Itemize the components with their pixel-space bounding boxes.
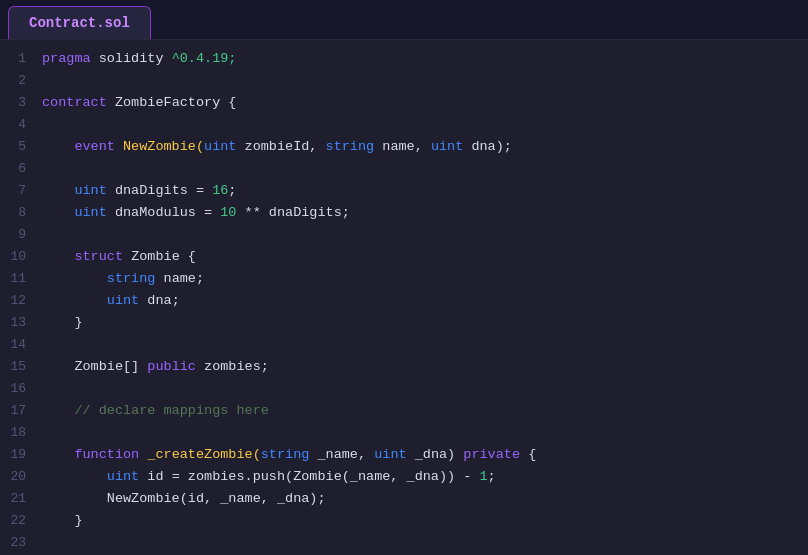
line-number: 9 — [0, 224, 42, 246]
line-content: uint dnaModulus = 10 ** dnaDigits; — [42, 202, 350, 224]
code-line: 8 uint dnaModulus = 10 ** dnaDigits; — [0, 202, 808, 224]
line-content — [42, 70, 50, 92]
line-content: function _createZombie(string _name, uin… — [42, 444, 536, 466]
line-content: uint dna; — [42, 290, 180, 312]
line-content — [42, 158, 50, 180]
code-line: 11 string name; — [0, 268, 808, 290]
line-number: 23 — [0, 532, 42, 554]
code-line: 18 — [0, 422, 808, 444]
line-number: 16 — [0, 378, 42, 400]
line-number: 21 — [0, 488, 42, 510]
code-line: 16 — [0, 378, 808, 400]
line-content — [42, 378, 50, 400]
line-content — [42, 224, 50, 246]
contract-sol-tab[interactable]: Contract.sol — [8, 6, 151, 39]
line-content: string name; — [42, 268, 204, 290]
line-number: 18 — [0, 422, 42, 444]
line-number: 4 — [0, 114, 42, 136]
code-line: 1pragma solidity ^0.4.19; — [0, 48, 808, 70]
code-line: 17 // declare mappings here — [0, 400, 808, 422]
code-line: 14 — [0, 334, 808, 356]
line-content: contract ZombieFactory { — [42, 92, 236, 114]
code-line: 19 function _createZombie(string _name, … — [0, 444, 808, 466]
code-line: 21 NewZombie(id, _name, _dna); — [0, 488, 808, 510]
line-content: uint dnaDigits = 16; — [42, 180, 236, 202]
line-content — [42, 532, 50, 554]
line-number: 11 — [0, 268, 42, 290]
line-number: 6 — [0, 158, 42, 180]
line-number: 3 — [0, 92, 42, 114]
line-number: 14 — [0, 334, 42, 356]
line-number: 1 — [0, 48, 42, 70]
code-line: 7 uint dnaDigits = 16; — [0, 180, 808, 202]
line-content: NewZombie(id, _name, _dna); — [42, 488, 326, 510]
line-number: 20 — [0, 466, 42, 488]
line-number: 10 — [0, 246, 42, 268]
line-number: 13 — [0, 312, 42, 334]
line-number: 17 — [0, 400, 42, 422]
code-line: 2 — [0, 70, 808, 92]
line-content: } — [42, 510, 83, 532]
code-line: 23 — [0, 532, 808, 554]
line-number: 15 — [0, 356, 42, 378]
tab-bar: Contract.sol — [0, 0, 808, 40]
line-number: 12 — [0, 290, 42, 312]
line-number: 19 — [0, 444, 42, 466]
line-content: } — [42, 312, 83, 334]
code-area[interactable]: 1pragma solidity ^0.4.19;2 3contract Zom… — [0, 40, 808, 555]
code-line: 13 } — [0, 312, 808, 334]
code-line: 12 uint dna; — [0, 290, 808, 312]
code-line: 15 Zombie[] public zombies; — [0, 356, 808, 378]
line-number: 8 — [0, 202, 42, 224]
code-line: 10 struct Zombie { — [0, 246, 808, 268]
line-content: Zombie[] public zombies; — [42, 356, 269, 378]
line-content: // declare mappings here — [42, 400, 269, 422]
line-content — [42, 334, 50, 356]
line-content: event NewZombie(uint zombieId, string na… — [42, 136, 512, 158]
line-number: 22 — [0, 510, 42, 532]
line-content: pragma solidity ^0.4.19; — [42, 48, 236, 70]
line-number: 2 — [0, 70, 42, 92]
line-content — [42, 422, 50, 444]
code-line: 5 event NewZombie(uint zombieId, string … — [0, 136, 808, 158]
line-content: struct Zombie { — [42, 246, 196, 268]
line-number: 5 — [0, 136, 42, 158]
code-line: 3contract ZombieFactory { — [0, 92, 808, 114]
code-line: 4 — [0, 114, 808, 136]
line-content — [42, 114, 50, 136]
code-line: 9 — [0, 224, 808, 246]
editor-container: Contract.sol 1pragma solidity ^0.4.19;2 … — [0, 0, 808, 555]
line-content: uint id = zombies.push(Zombie(_name, _dn… — [42, 466, 496, 488]
code-line: 20 uint id = zombies.push(Zombie(_name, … — [0, 466, 808, 488]
code-line: 6 — [0, 158, 808, 180]
code-line: 22 } — [0, 510, 808, 532]
line-number: 7 — [0, 180, 42, 202]
